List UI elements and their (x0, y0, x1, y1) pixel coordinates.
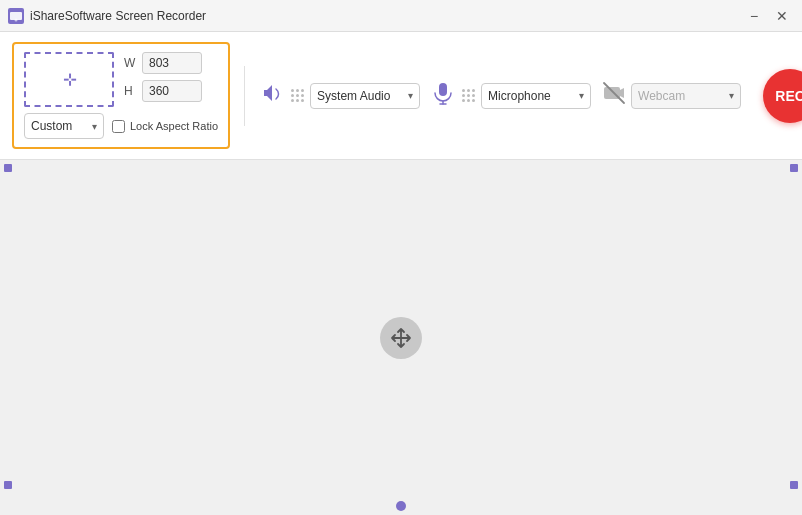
minimize-button[interactable]: − (742, 6, 766, 26)
svg-point-2 (15, 18, 18, 21)
microphone-group: Microphone ▾ Microphone None Default (430, 80, 591, 112)
move-icon: ⊹ (63, 70, 76, 89)
height-row: H (124, 80, 202, 102)
webcam-group: Webcam ▾ Webcam None Default Camera (601, 80, 741, 112)
toolbar-right: REC ▾ (755, 69, 802, 123)
main-content: ⊹ W H Custom ▾ (0, 32, 802, 515)
width-input[interactable] (142, 52, 202, 74)
height-input[interactable] (142, 80, 202, 102)
webcam-icon (601, 80, 627, 112)
bottom-resize-dot[interactable] (396, 501, 406, 511)
speaker-dots (291, 89, 304, 102)
microphone-icon (430, 80, 456, 112)
record-button[interactable]: REC (763, 69, 802, 123)
svg-marker-7 (620, 88, 624, 98)
lock-aspect-checkbox[interactable] (112, 120, 125, 133)
move-crosshair-icon (390, 327, 412, 349)
corner-handle-tl[interactable] (4, 164, 12, 172)
app-title: iShareSoftware Screen Recorder (30, 9, 206, 23)
microphone-dropdown[interactable]: Microphone ▾ Microphone None Default (481, 83, 591, 109)
corner-handle-br[interactable] (790, 481, 798, 489)
window-controls: − ✕ (742, 6, 794, 26)
av-controls: System Audio ▾ System Audio None Stereo … (259, 80, 741, 112)
title-bar: iShareSoftware Screen Recorder − ✕ (0, 0, 802, 32)
width-row: W (124, 52, 202, 74)
webcam-dropdown[interactable]: Webcam ▾ Webcam None Default Camera (631, 83, 741, 109)
custom-dropdown[interactable]: Custom ▾ Custom 1920×1080 1280×720 800×6… (24, 113, 104, 139)
title-bar-left: iShareSoftware Screen Recorder (8, 8, 206, 24)
divider (244, 66, 245, 126)
svg-rect-3 (439, 83, 447, 96)
system-audio-dropdown[interactable]: System Audio ▾ System Audio None Stereo … (310, 83, 420, 109)
capture-preview: ⊹ (24, 52, 114, 107)
selection-box: ⊹ W H Custom ▾ (12, 42, 230, 149)
dimension-bottom-row: Custom ▾ Custom 1920×1080 1280×720 800×6… (24, 113, 218, 139)
canvas-area (0, 160, 802, 515)
microphone-dots (462, 89, 475, 102)
height-label: H (124, 84, 136, 98)
speaker-icon (259, 80, 285, 112)
corner-handle-bl[interactable] (4, 481, 12, 489)
app-icon (8, 8, 24, 24)
close-button[interactable]: ✕ (770, 6, 794, 26)
system-audio-group: System Audio ▾ System Audio None Stereo … (259, 80, 420, 112)
toolbar: ⊹ W H Custom ▾ (0, 32, 802, 160)
width-label: W (124, 56, 136, 70)
lock-aspect-text: Lock Aspect Ratio (130, 120, 218, 132)
corner-handle-tr[interactable] (790, 164, 798, 172)
center-move-handle[interactable] (380, 317, 422, 359)
lock-aspect-label: Lock Aspect Ratio (112, 120, 218, 133)
